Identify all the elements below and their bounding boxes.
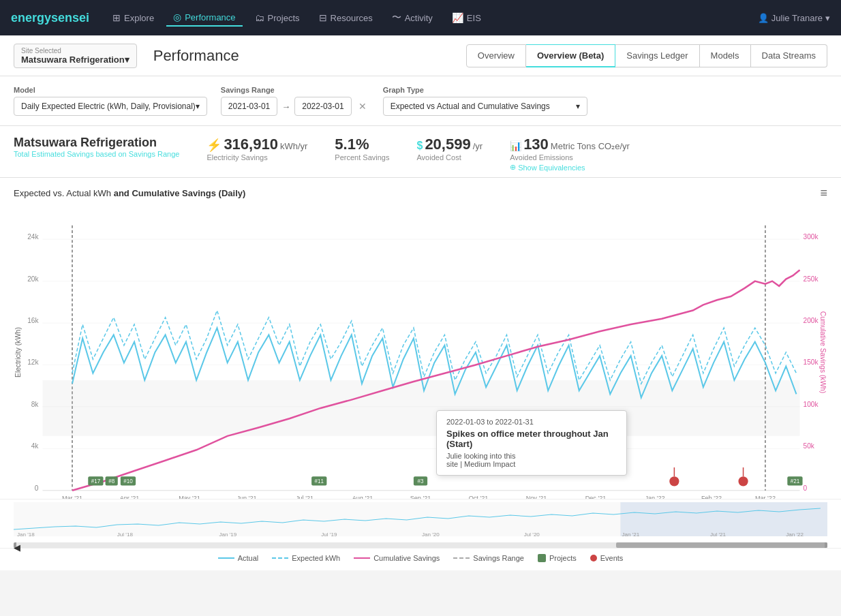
date-end-input[interactable]: 2022-03-01	[294, 97, 351, 116]
savings-range-label: Savings Range	[221, 86, 369, 94]
svg-text:Jul '21: Jul '21	[296, 495, 314, 499]
model-dropdown-icon: ▾	[196, 102, 200, 111]
date-clear-button[interactable]: ✕	[356, 101, 369, 112]
nav-projects[interactable]: 🗂 Projects	[248, 10, 307, 26]
legend-projects: Projects	[538, 554, 577, 562]
svg-text:0: 0	[804, 484, 808, 492]
svg-text:#10: #10	[123, 478, 133, 484]
model-value: Daily Expected Electric (kWh, Daily, Pro…	[21, 102, 196, 111]
projects-icon: 🗂	[255, 12, 264, 23]
electricity-value: ⚡ 316,910 kWh/yr	[207, 136, 307, 153]
legend-expected-line	[272, 557, 288, 559]
svg-text:Jan '19: Jan '19	[219, 532, 237, 538]
stats-bar: Matsuwara Refrigeration Total Estimated …	[0, 126, 841, 178]
percent-value: 5.1%	[335, 136, 389, 153]
svg-text:20k: 20k	[27, 275, 39, 283]
svg-text:Jan '22: Jan '22	[786, 532, 804, 538]
legend-cumulative: Cumulative Savings	[354, 554, 440, 562]
svg-text:#3: #3	[418, 478, 424, 484]
legend-actual-line	[218, 557, 234, 559]
nav-performance[interactable]: ◎ Performance	[166, 9, 242, 27]
navbar: energysensei ⊞ Explore ◎ Performance 🗂 P…	[0, 0, 841, 35]
main-chart-svg: 0 4k 8k 12k 16k 20k 24k 0 50k 100k 150k …	[14, 206, 827, 499]
legend-savings-range-line	[453, 557, 470, 559]
chart-title: Expected vs. Actual kWh and Cumulative S…	[14, 188, 245, 198]
legend-savings-range: Savings Range	[453, 554, 524, 562]
site-selector[interactable]: Site Selected Matsuwara Refrigeration ▾	[14, 44, 137, 68]
chart-menu-button[interactable]: ≡	[820, 186, 827, 200]
tab-savings-ledger[interactable]: Savings Ledger	[615, 44, 699, 67]
nav-resources[interactable]: ⊟ Resources	[312, 10, 380, 26]
chart-area[interactable]: 0 4k 8k 12k 16k 20k 24k 0 50k 100k 150k …	[14, 206, 827, 499]
explore-icon: ⊞	[112, 12, 121, 23]
mini-chart-container[interactable]: Jan '18 Jul '18 Jan '19 Jul '19 Jan '20 …	[0, 499, 841, 548]
user-name: Julie Tranare	[771, 13, 823, 23]
svg-text:Oct '21: Oct '21	[469, 495, 489, 499]
resources-icon: ⊟	[319, 12, 327, 23]
date-start-input[interactable]: 2021-03-01	[221, 97, 277, 116]
nav-explore[interactable]: ⊞ Explore	[106, 10, 161, 26]
chart-container: Expected vs. Actual kWh and Cumulative S…	[0, 178, 841, 499]
emissions-label: Avoided Emissions	[510, 153, 630, 161]
date-range: 2021-03-01 → 2022-03-01 ✕	[221, 97, 369, 116]
tab-models[interactable]: Models	[700, 44, 751, 67]
legend-cumulative-line	[354, 557, 370, 559]
svg-text:#11: #11	[315, 478, 324, 484]
svg-text:50k: 50k	[804, 442, 815, 450]
svg-text:Feb '22: Feb '22	[701, 495, 722, 499]
show-equiv-button[interactable]: ⊕ Show Equivalencies	[510, 163, 630, 172]
svg-text:Jan '22: Jan '22	[645, 495, 664, 499]
legend-expected: Expected kWh	[272, 554, 340, 562]
svg-text:Cumulative Savings (kWh): Cumulative Savings (kWh)	[819, 311, 827, 393]
site-stat-subtitle: Total Estimated Savings based on Savings…	[14, 150, 179, 158]
graph-type-select[interactable]: Expected vs Actual and Cumulative Saving…	[383, 97, 587, 116]
tab-overview-beta[interactable]: Overview (Beta)	[526, 44, 615, 67]
svg-text:Apr '21: Apr '21	[120, 495, 140, 499]
mini-scroll-thumb[interactable]	[616, 542, 827, 548]
svg-text:8k: 8k	[31, 401, 40, 408]
svg-text:Jul '19: Jul '19	[321, 532, 337, 538]
scroll-left-arrow[interactable]: ◀	[14, 542, 16, 548]
bolt-icon: ⚡	[207, 138, 221, 153]
logo-energy: energy	[11, 11, 51, 25]
mini-scrollbar[interactable]: ◀	[14, 542, 827, 548]
tooltip-title: Spikes on office meter throughout Jan (S…	[446, 429, 617, 449]
legend-actual: Actual	[218, 554, 259, 562]
svg-text:100k: 100k	[804, 401, 819, 408]
controls-bar: Model Daily Expected Electric (kWh, Dail…	[0, 76, 841, 126]
model-label: Model	[14, 86, 207, 94]
tooltip-body: Julie looking into this site | Medium Im…	[446, 452, 617, 468]
model-select[interactable]: Daily Expected Electric (kWh, Daily, Pro…	[14, 97, 207, 116]
svg-text:#17: #17	[91, 478, 101, 484]
performance-icon: ◎	[173, 12, 181, 22]
legend-projects-square	[538, 554, 546, 562]
nav-activity[interactable]: 〜 Activity	[385, 9, 440, 27]
svg-text:Jul '21: Jul '21	[710, 532, 727, 538]
legend: Actual Expected kWh Cumulative Savings S…	[0, 548, 841, 570]
plus-icon: ⊕	[510, 163, 516, 172]
tab-bar: Overview Overview (Beta) Savings Ledger …	[466, 44, 827, 67]
eis-icon: 📈	[452, 12, 463, 23]
graph-type-dropdown-icon: ▾	[576, 102, 580, 111]
legend-events: Events	[590, 554, 624, 562]
date-arrow-icon: →	[281, 102, 290, 112]
scroll-right-arrow[interactable]	[825, 542, 827, 548]
tab-data-streams[interactable]: Data Streams	[751, 44, 827, 67]
svg-text:Mar '21: Mar '21	[62, 495, 82, 499]
svg-rect-26	[42, 380, 799, 436]
user-menu[interactable]: 👤 Julie Tranare ▾	[758, 13, 830, 23]
svg-text:24k: 24k	[27, 233, 39, 241]
legend-events-circle	[590, 555, 597, 561]
svg-text:#21: #21	[791, 478, 800, 484]
svg-text:16k: 16k	[27, 317, 39, 324]
nav-eis[interactable]: 📈 EIS	[445, 10, 488, 26]
tab-overview[interactable]: Overview	[466, 44, 526, 67]
site-name: Matsuwara Refrigeration ▾	[21, 55, 129, 65]
svg-text:May '21: May '21	[179, 495, 200, 499]
graph-type-control: Graph Type Expected vs Actual and Cumula…	[383, 86, 587, 116]
svg-text:Mar '22: Mar '22	[755, 495, 776, 499]
cost-stat: $ 20,599 /yr Avoided Cost	[416, 136, 483, 161]
site-dropdown-icon: ▾	[125, 55, 129, 65]
svg-text:300k: 300k	[804, 233, 819, 241]
electricity-label: Electricity Savings	[207, 153, 307, 161]
